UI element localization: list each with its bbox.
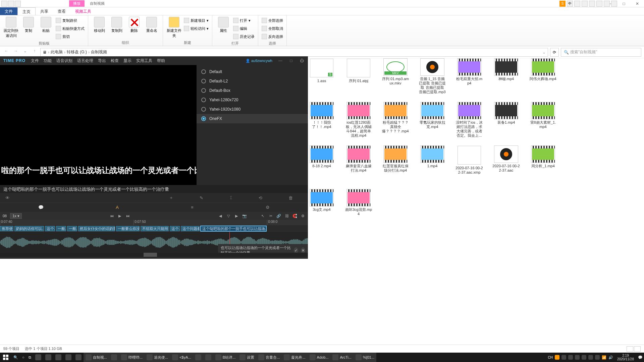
subtitle-clip[interactable]: 这个哒吧啦的那个一脱手也可以让战场.	[201, 226, 266, 231]
link-icon[interactable]: 🔗	[276, 214, 281, 218]
ime-icon[interactable]	[589, 1, 595, 7]
tray-network-icon[interactable]: 📶	[602, 355, 606, 360]
arctime-menu-item[interactable]: 功能	[44, 58, 52, 63]
new-folder-button[interactable]: 新建文件夹	[166, 17, 182, 40]
file-item[interactable]: 粉毛凶猛？？？真猫全爆？？？？.mp4	[382, 102, 409, 133]
taskbar-app[interactable]: 追光使...	[145, 353, 170, 362]
history-button[interactable]: 历史记录	[233, 33, 255, 40]
timeline[interactable]: 0:07:40 0:07:50 0:08:0 推荐使奶妈的话你可以.这个.一般.…	[0, 220, 308, 259]
taskbar-app[interactable]	[203, 353, 213, 362]
qat-dropdown[interactable]	[15, 1, 21, 7]
rename-button[interactable]: 重命名	[144, 17, 159, 40]
arctime-menu-item[interactable]: 检查	[111, 58, 119, 63]
arctime-menu-item[interactable]: 帮助	[157, 58, 165, 63]
subtitle-clip[interactable]: 不组双火只能用.	[141, 226, 169, 231]
copy-button[interactable]: 复制	[21, 17, 36, 40]
subtitle-clip[interactable]: 然后女仆女仆的话奶量.	[78, 226, 115, 231]
search-button[interactable]: 🔍	[11, 353, 20, 362]
tab-video-tools[interactable]: 视频工具	[70, 7, 96, 15]
arctime-close[interactable]: ⏻	[299, 58, 305, 63]
arctime-menu-item[interactable]: 语言处理	[77, 58, 93, 63]
style-option[interactable]: Default-Box	[197, 86, 308, 95]
overlay-confirm-icon[interactable]: ✓	[294, 247, 298, 253]
eye-icon[interactable]: 👁	[5, 195, 10, 200]
style-option[interactable]: Yahei-644x362	[197, 105, 308, 114]
file-item[interactable]: 没时间了ios，冰姬打法思路，求大佬完善，或者否定。我去上...	[455, 102, 483, 138]
subtitle-clip[interactable]: 一般.	[56, 226, 66, 231]
split-icon[interactable]: ✂	[268, 214, 273, 218]
arctime-maximize[interactable]: □	[288, 58, 294, 63]
font-icon[interactable]: A	[116, 205, 119, 210]
style-option[interactable]: Yahei-1280x720	[197, 95, 308, 105]
arctime-menu-item[interactable]: 实用工具	[136, 58, 152, 63]
file-item[interactable]: 阿伟火葬场.mp4	[529, 59, 557, 81]
tray-icon[interactable]	[595, 355, 600, 360]
taskbar-clock[interactable]: 2:19 2020/11/28	[615, 354, 636, 361]
style-option[interactable]: Default-L2	[197, 76, 308, 86]
notifications-icon[interactable]: 💬	[638, 355, 643, 360]
file-item[interactable]: 粉毛双重大招.mp4	[455, 59, 483, 85]
text-cursor-icon[interactable]: 𝙸	[229, 195, 232, 200]
delete-button[interactable]: 删除	[126, 17, 142, 40]
taskbar-app[interactable]: Adob...	[308, 353, 331, 362]
arctime-menu-item[interactable]: 显示	[123, 58, 131, 63]
ime-icon[interactable]	[611, 1, 617, 7]
file-item[interactable]: 麻痹套雷八血缘打法.mp4	[345, 146, 372, 173]
file-item[interactable]: 3cg文.mp4	[308, 189, 335, 212]
gear-icon[interactable]: ⚙	[301, 214, 305, 218]
refresh-button[interactable]: ⟳	[550, 48, 559, 57]
thumbnails-view-icon[interactable]	[634, 346, 641, 352]
sync-icon[interactable]: ⟲	[259, 195, 262, 200]
style-option[interactable]: OneFX	[197, 114, 308, 123]
file-item[interactable]: ios红莲1280面板，无冰人偶辅斗844，超简单流程.mp4	[345, 102, 372, 138]
subtitle-clip[interactable]: 推荐使	[0, 226, 13, 231]
properties-button[interactable]: 属性	[216, 17, 231, 40]
file-item[interactable]: 神秘.mp4	[492, 59, 520, 81]
search-input[interactable]: 🔍 搜索"自制视频"	[561, 48, 641, 57]
taskbar-app[interactable]: ArcTi...	[330, 353, 353, 362]
marker-in-icon[interactable]: ◀	[218, 214, 223, 218]
contextual-tab-play[interactable]: 播放	[69, 0, 85, 7]
taskbar-app[interactable]: 设置	[237, 353, 256, 362]
arctime-menu-item[interactable]: 文件	[31, 58, 39, 63]
ime-icon[interactable]	[604, 1, 610, 7]
subtitle-clip[interactable]: 一般要么你没	[116, 226, 140, 231]
taskview-button[interactable]: ⧉	[26, 353, 33, 362]
paste-shortcut-button[interactable]: 粘贴快捷方式	[56, 25, 85, 32]
start-button[interactable]	[0, 353, 11, 362]
ime-icon[interactable]	[574, 1, 580, 7]
file-item[interactable]: 8-18 2.mp4	[308, 146, 335, 168]
tray-icon[interactable]	[582, 355, 586, 360]
ime-icon[interactable]	[582, 1, 588, 7]
file-item[interactable]: 序列 01.atpj	[345, 59, 372, 83]
file-item[interactable]: 周分析_1.mp4	[529, 146, 557, 168]
taskbar-app[interactable]: B站详...	[213, 353, 238, 362]
add-icon[interactable]: ＋	[169, 195, 173, 201]
history-dropdown[interactable]: ⌄	[21, 49, 29, 56]
tray-icon[interactable]	[575, 355, 580, 360]
easy-access-button[interactable]: 轻松访问 ▾	[184, 25, 209, 32]
file-item[interactable]: 雷8崩大素材_1.mp4	[529, 102, 557, 129]
copy-path-button[interactable]: 复制路径	[56, 17, 85, 24]
open-button[interactable]: 打开 ▾	[233, 17, 255, 24]
magnet-icon[interactable]: 🧲	[292, 214, 297, 218]
tray-icon[interactable]	[568, 355, 573, 360]
breadcrumb-dropdown[interactable]: ⌄	[542, 50, 546, 55]
file-item[interactable]: S1.ass	[308, 59, 335, 83]
taskbar-app[interactable]: 哔哩哔...	[119, 353, 145, 362]
snapshot-icon[interactable]: 📷	[242, 214, 247, 218]
taskbar-app[interactable]	[193, 353, 203, 362]
tab-share[interactable]: 共享	[36, 7, 53, 15]
marker-out-icon[interactable]: ▶	[234, 214, 239, 218]
subtitle-clip[interactable]: 这个.	[170, 226, 180, 231]
ime-sogou-icon[interactable]: S	[559, 1, 566, 7]
tray-icon[interactable]	[588, 355, 593, 360]
tray-volume-icon[interactable]: 🔊	[608, 355, 613, 360]
file-item[interactable]: 崩坏3cg混剪.mp4	[345, 189, 372, 216]
taskbar-app[interactable]: 凝光舟...	[282, 353, 307, 362]
details-view-icon[interactable]	[627, 346, 633, 352]
taskbar-app[interactable]	[63, 353, 73, 362]
unlink-icon[interactable]: ⛓	[284, 214, 289, 218]
select-all-button[interactable]: 全部选择	[262, 17, 283, 24]
taskbar-app[interactable]	[33, 353, 43, 362]
